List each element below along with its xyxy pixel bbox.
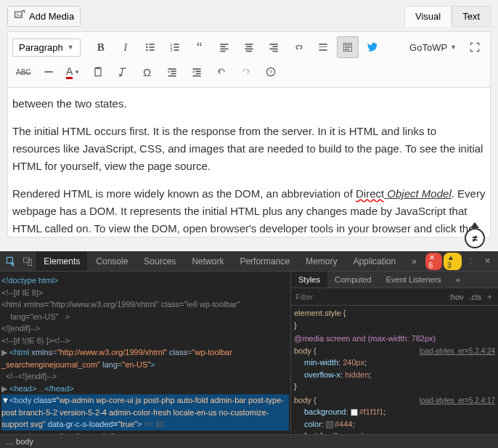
clear-formatting-button[interactable] [112, 61, 134, 83]
chevron-down-icon: ▼ [450, 44, 457, 51]
svg-rect-35 [349, 46, 351, 48]
svg-rect-33 [345, 46, 346, 48]
inspect-icon[interactable] [3, 253, 18, 270]
editor-toolbar: Paragraph ▼ B I 123 “ GoToWP ▼ ABC A ▼ Ω… [7, 31, 491, 88]
twitter-button[interactable] [362, 36, 383, 58]
svg-rect-27 [319, 46, 327, 47]
svg-rect-5 [149, 46, 154, 48]
svg-rect-40 [96, 68, 99, 69]
strikethrough-button[interactable]: ABC [12, 61, 35, 83]
svg-rect-44 [168, 76, 176, 77]
link-button[interactable] [287, 36, 309, 58]
svg-rect-14 [220, 44, 228, 45]
toolbar-toggle-button[interactable] [337, 36, 359, 58]
svg-rect-28 [319, 49, 327, 51]
spellcheck-error[interactable]: Direct [356, 187, 384, 200]
svg-text:?: ? [269, 69, 272, 76]
svg-rect-18 [245, 44, 253, 45]
svg-rect-52 [23, 258, 29, 262]
blockquote-button[interactable]: “ [189, 36, 211, 58]
tab-computed[interactable]: Computed [327, 272, 379, 288]
source-link[interactable]: load-styles_er=5.2.4:24 [420, 346, 495, 357]
css-rules[interactable]: element.style {} @media screen and (max-… [291, 306, 498, 434]
svg-rect-31 [347, 44, 348, 46]
svg-rect-25 [272, 51, 277, 52]
svg-rect-45 [192, 68, 200, 70]
editor-content[interactable]: between the two states. The initial HTML… [7, 88, 491, 237]
svg-rect-26 [319, 44, 327, 45]
devtools-tabs: Elements Console Sources Network Perform… [0, 251, 498, 272]
special-char-button[interactable]: Ω [136, 61, 158, 83]
align-left-button[interactable] [213, 36, 235, 58]
add-media-button[interactable]: Add Media [7, 6, 81, 27]
chevron-down-icon: ▼ [68, 44, 74, 51]
device-icon[interactable] [20, 253, 35, 270]
svg-point-6 [146, 49, 147, 51]
styles-filter-input[interactable] [295, 293, 449, 301]
bullet-list-button[interactable] [139, 36, 161, 58]
svg-rect-48 [192, 76, 200, 77]
content-paragraph: The initial HTML occurs first. It is the… [12, 123, 486, 175]
selected-dom-node[interactable]: ▼<body class="wp-admin wp-core-ui js pos… [1, 394, 289, 431]
svg-rect-24 [269, 49, 277, 50]
insert-more-button[interactable] [312, 36, 334, 58]
tab-performance[interactable]: Performance [232, 252, 297, 271]
tab-text[interactable]: Text [452, 6, 491, 27]
tabs-overflow[interactable]: » [404, 252, 424, 271]
new-style-rule-button[interactable]: ＋ [486, 291, 494, 302]
fullscreen-button[interactable] [464, 36, 486, 58]
extension-badge[interactable] [465, 228, 485, 248]
hr-button[interactable] [38, 61, 60, 83]
dom-breadcrumb[interactable]: … body [0, 434, 498, 448]
text-color-button[interactable]: A ▼ [62, 61, 84, 83]
error-warning-counts[interactable]: ✕ 6 ▲ 3 [425, 253, 462, 270]
undo-button[interactable] [211, 61, 232, 83]
italic-button[interactable]: I [115, 36, 136, 58]
svg-rect-22 [269, 44, 277, 45]
cls-toggle[interactable]: .cls [470, 293, 482, 301]
svg-text:3: 3 [170, 49, 172, 52]
numbered-list-button[interactable]: 123 [164, 36, 186, 58]
tab-memory[interactable]: Memory [298, 252, 344, 271]
gotowp-button[interactable]: GoToWP ▼ [405, 42, 461, 53]
paste-text-button[interactable] [87, 61, 109, 83]
svg-rect-36 [345, 49, 346, 50]
svg-rect-7 [149, 49, 154, 51]
svg-rect-20 [245, 49, 253, 50]
align-center-button[interactable] [238, 36, 260, 58]
tab-visual[interactable]: Visual [404, 6, 452, 27]
media-icon [14, 9, 25, 23]
tab-console[interactable]: Console [89, 252, 135, 271]
svg-rect-38 [44, 71, 52, 73]
svg-rect-3 [149, 44, 154, 45]
devtools-menu-icon[interactable]: ⋮ [463, 253, 478, 270]
align-right-button[interactable] [263, 36, 285, 58]
devtools-close-icon[interactable]: ✕ [480, 253, 495, 270]
tab-event-listeners[interactable]: Event Listeners [379, 272, 449, 288]
svg-rect-39 [95, 68, 101, 76]
tab-styles[interactable]: Styles [291, 272, 327, 288]
tab-network[interactable]: Network [184, 252, 231, 271]
indent-button[interactable] [186, 61, 208, 83]
dom-tree[interactable]: <!doctype html> <!--[if IE 8]> <html xml… [0, 272, 290, 434]
svg-rect-19 [246, 46, 252, 47]
tab-sources[interactable]: Sources [136, 252, 183, 271]
content-paragraph: Rendered HTML is more widely known as th… [12, 185, 486, 237]
source-link[interactable]: load-styles_er=5.2.4:17 [420, 395, 495, 406]
svg-rect-41 [168, 68, 176, 70]
redo-button[interactable] [235, 61, 257, 83]
tab-application[interactable]: Application [346, 252, 403, 271]
tabs-overflow[interactable]: » [449, 272, 468, 288]
svg-rect-30 [345, 44, 346, 46]
bold-button[interactable]: B [90, 36, 112, 58]
extension-badge-hat [465, 222, 485, 228]
help-button[interactable]: ? [260, 61, 282, 83]
svg-rect-43 [171, 73, 176, 75]
outdent-button[interactable] [161, 61, 183, 83]
editor-mode-tabs: Visual Text [404, 6, 491, 27]
svg-rect-9 [174, 44, 179, 45]
tab-elements[interactable]: Elements [36, 252, 87, 271]
block-format-select[interactable]: Paragraph ▼ [12, 38, 81, 57]
svg-rect-16 [220, 49, 228, 50]
hov-toggle[interactable]: :hov [449, 293, 464, 301]
